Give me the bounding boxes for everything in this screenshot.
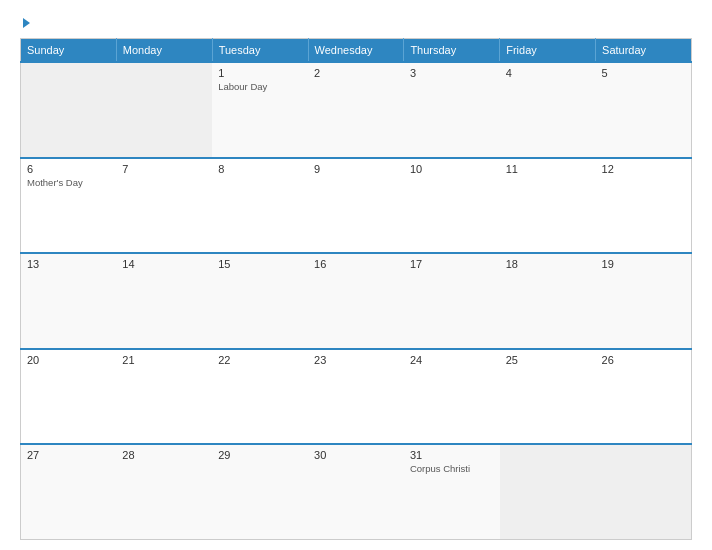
day-event: Labour Day xyxy=(218,81,302,92)
header xyxy=(20,18,692,28)
day-number: 1 xyxy=(218,67,302,79)
calendar-week-row: 1Labour Day2345 xyxy=(21,62,692,158)
col-thursday: Thursday xyxy=(404,39,500,63)
calendar-day-cell: 15 xyxy=(212,253,308,349)
calendar-day-cell: 27 xyxy=(21,444,117,540)
calendar-day-cell: 12 xyxy=(596,158,692,254)
calendar-day-cell xyxy=(500,444,596,540)
calendar-day-cell: 18 xyxy=(500,253,596,349)
day-number: 29 xyxy=(218,449,302,461)
day-number: 2 xyxy=(314,67,398,79)
calendar-day-cell: 1Labour Day xyxy=(212,62,308,158)
day-event: Corpus Christi xyxy=(410,463,494,474)
day-number: 14 xyxy=(122,258,206,270)
col-friday: Friday xyxy=(500,39,596,63)
page: Sunday Monday Tuesday Wednesday Thursday… xyxy=(0,0,712,550)
day-number: 13 xyxy=(27,258,110,270)
calendar-day-cell xyxy=(116,62,212,158)
col-sunday: Sunday xyxy=(21,39,117,63)
day-number: 3 xyxy=(410,67,494,79)
day-number: 21 xyxy=(122,354,206,366)
col-monday: Monday xyxy=(116,39,212,63)
day-number: 23 xyxy=(314,354,398,366)
calendar-day-cell: 19 xyxy=(596,253,692,349)
calendar-day-cell: 6Mother's Day xyxy=(21,158,117,254)
calendar-day-cell: 4 xyxy=(500,62,596,158)
calendar-day-cell: 21 xyxy=(116,349,212,445)
day-number: 30 xyxy=(314,449,398,461)
day-number: 19 xyxy=(602,258,685,270)
calendar-day-cell: 7 xyxy=(116,158,212,254)
calendar-day-cell: 11 xyxy=(500,158,596,254)
calendar-day-cell: 17 xyxy=(404,253,500,349)
weekday-header-row: Sunday Monday Tuesday Wednesday Thursday… xyxy=(21,39,692,63)
day-number: 5 xyxy=(602,67,685,79)
calendar-day-cell: 14 xyxy=(116,253,212,349)
day-number: 12 xyxy=(602,163,685,175)
calendar-day-cell: 3 xyxy=(404,62,500,158)
day-number: 15 xyxy=(218,258,302,270)
calendar-day-cell: 28 xyxy=(116,444,212,540)
day-number: 7 xyxy=(122,163,206,175)
calendar-day-cell: 23 xyxy=(308,349,404,445)
calendar-day-cell: 20 xyxy=(21,349,117,445)
calendar-day-cell xyxy=(596,444,692,540)
day-number: 4 xyxy=(506,67,590,79)
calendar-day-cell: 31Corpus Christi xyxy=(404,444,500,540)
calendar-day-cell: 2 xyxy=(308,62,404,158)
logo xyxy=(20,18,30,28)
day-number: 31 xyxy=(410,449,494,461)
calendar-day-cell: 10 xyxy=(404,158,500,254)
calendar-day-cell: 16 xyxy=(308,253,404,349)
calendar-week-row: 2728293031Corpus Christi xyxy=(21,444,692,540)
calendar-day-cell: 9 xyxy=(308,158,404,254)
day-event: Mother's Day xyxy=(27,177,110,188)
day-number: 24 xyxy=(410,354,494,366)
day-number: 8 xyxy=(218,163,302,175)
day-number: 28 xyxy=(122,449,206,461)
day-number: 6 xyxy=(27,163,110,175)
calendar-day-cell: 8 xyxy=(212,158,308,254)
calendar-day-cell: 22 xyxy=(212,349,308,445)
day-number: 22 xyxy=(218,354,302,366)
calendar-body: 1Labour Day23456Mother's Day789101112131… xyxy=(21,62,692,540)
day-number: 27 xyxy=(27,449,110,461)
calendar-day-cell xyxy=(21,62,117,158)
calendar-day-cell: 13 xyxy=(21,253,117,349)
logo-triangle-icon xyxy=(23,18,30,28)
calendar-week-row: 13141516171819 xyxy=(21,253,692,349)
calendar-day-cell: 24 xyxy=(404,349,500,445)
calendar-day-cell: 25 xyxy=(500,349,596,445)
day-number: 9 xyxy=(314,163,398,175)
col-tuesday: Tuesday xyxy=(212,39,308,63)
calendar-day-cell: 29 xyxy=(212,444,308,540)
day-number: 11 xyxy=(506,163,590,175)
calendar-header: Sunday Monday Tuesday Wednesday Thursday… xyxy=(21,39,692,63)
day-number: 18 xyxy=(506,258,590,270)
col-saturday: Saturday xyxy=(596,39,692,63)
day-number: 10 xyxy=(410,163,494,175)
logo-blue-row xyxy=(20,18,30,28)
day-number: 25 xyxy=(506,354,590,366)
calendar-day-cell: 5 xyxy=(596,62,692,158)
day-number: 16 xyxy=(314,258,398,270)
calendar-day-cell: 30 xyxy=(308,444,404,540)
calendar-day-cell: 26 xyxy=(596,349,692,445)
day-number: 17 xyxy=(410,258,494,270)
calendar-week-row: 20212223242526 xyxy=(21,349,692,445)
col-wednesday: Wednesday xyxy=(308,39,404,63)
day-number: 20 xyxy=(27,354,110,366)
calendar-table: Sunday Monday Tuesday Wednesday Thursday… xyxy=(20,38,692,540)
calendar-week-row: 6Mother's Day789101112 xyxy=(21,158,692,254)
day-number: 26 xyxy=(602,354,685,366)
